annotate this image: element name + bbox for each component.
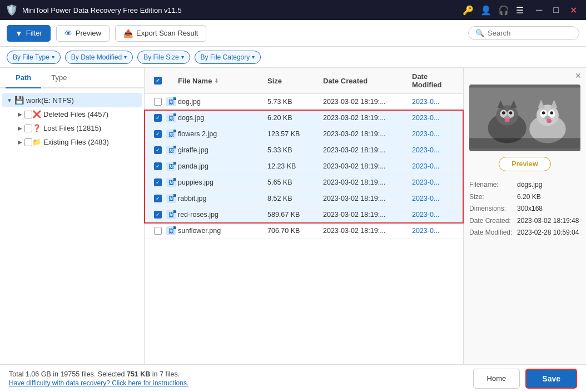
file-row[interactable]: ✓🖼red-roses.jpg589.67 KB2023-03-02 18:19… bbox=[145, 207, 463, 223]
menu-icon[interactable]: ☰ bbox=[516, 5, 524, 16]
close-button[interactable]: ✕ bbox=[567, 5, 580, 16]
select-all-checkbox[interactable]: ✓ bbox=[154, 77, 162, 85]
file-row[interactable]: ✓🖼dogs.jpg6.20 KB2023-03-02 18:19:...202… bbox=[145, 110, 463, 126]
file-checkbox-cell[interactable]: ✓ bbox=[151, 130, 165, 138]
col-header-date-created[interactable]: Date Created bbox=[323, 77, 412, 85]
file-row[interactable]: ✓🖼puppies.jpg5.65 KB2023-03-02 18:19:...… bbox=[145, 175, 463, 191]
file-checkbox[interactable] bbox=[154, 227, 162, 235]
preview-label: Preview bbox=[76, 29, 101, 37]
file-icon-cell: 🖼 bbox=[165, 146, 178, 155]
dimensions-value: 300x168 bbox=[517, 203, 543, 215]
file-date-modified: 2023-0... bbox=[412, 195, 456, 202]
file-name: rabbit.jpg bbox=[178, 195, 267, 202]
folder-icon: 📁 bbox=[32, 138, 41, 146]
help-link[interactable]: Have difficulty with data recovery? Clic… bbox=[9, 379, 188, 387]
minimize-button[interactable]: ─ bbox=[533, 5, 545, 15]
file-date-modified: 2023-0... bbox=[412, 211, 456, 219]
file-checkbox-cell[interactable]: ✓ bbox=[151, 178, 165, 186]
search-input[interactable] bbox=[488, 29, 572, 37]
filter-by-type[interactable]: By File Type ▾ bbox=[7, 51, 61, 64]
file-checkbox[interactable]: ✓ bbox=[154, 162, 162, 170]
file-checkbox-cell[interactable]: ✓ bbox=[151, 195, 165, 202]
lost-icon: ❓ bbox=[32, 124, 41, 132]
file-row[interactable]: ✓🖼giraffe.jpg5.33 KB2023-03-02 18:19:...… bbox=[145, 142, 463, 158]
file-checkbox[interactable]: ✓ bbox=[154, 146, 162, 154]
user-icon[interactable]: 👤 bbox=[480, 5, 491, 16]
file-size: 5.73 KB bbox=[267, 98, 323, 106]
deleted-checkbox[interactable] bbox=[24, 111, 32, 118]
window-controls: ─ □ ✕ bbox=[533, 5, 580, 16]
file-checkbox[interactable]: ✓ bbox=[154, 195, 162, 202]
close-preview-button[interactable]: ✕ bbox=[575, 71, 582, 80]
file-checkbox-cell[interactable]: ✓ bbox=[151, 114, 165, 122]
tree-node-lost[interactable]: ▶ ❓ Lost Files (12815) bbox=[2, 121, 142, 135]
filter-by-size[interactable]: By File Size ▾ bbox=[137, 51, 190, 64]
file-row[interactable]: 🖼sunflower.png706.70 KB2023-03-02 18:19:… bbox=[145, 223, 463, 239]
file-checkbox[interactable]: ✓ bbox=[154, 130, 162, 138]
file-icon-cell: 🖼 bbox=[165, 162, 178, 171]
key-icon[interactable]: 🔑 bbox=[463, 5, 474, 16]
export-button[interactable]: 📤 Export Scan Result bbox=[115, 25, 206, 42]
file-checkbox-cell[interactable] bbox=[151, 227, 165, 235]
filter-by-date[interactable]: By Date Modified ▾ bbox=[65, 51, 133, 64]
maximize-button[interactable]: □ bbox=[550, 5, 562, 15]
svg-point-10 bbox=[505, 118, 510, 122]
search-box[interactable]: 🔍 bbox=[468, 26, 579, 40]
tab-path[interactable]: Path bbox=[6, 68, 41, 88]
tray-icons-group: 🔑 👤 🎧 ☰ bbox=[463, 5, 524, 16]
existing-checkbox[interactable] bbox=[24, 138, 32, 146]
file-checkbox[interactable]: ✓ bbox=[154, 211, 162, 219]
tab-type[interactable]: Type bbox=[41, 68, 77, 88]
filter-button[interactable]: ▼ Filter bbox=[7, 25, 51, 42]
preview-panel: ✕ bbox=[464, 68, 586, 364]
tree-node-existing[interactable]: ▶ 📁 Existing Files (2483) bbox=[2, 135, 142, 149]
file-thumbnail: 🖼 bbox=[166, 130, 176, 138]
file-thumbnail: 🖼 bbox=[166, 226, 176, 235]
col-header-date-modified[interactable]: Date Modified bbox=[412, 72, 456, 89]
file-checkbox-cell[interactable]: ✓ bbox=[151, 146, 165, 154]
file-name: red-roses.jpg bbox=[178, 211, 267, 219]
tree-node-deleted[interactable]: ▶ ❌ Deleted Files (4457) bbox=[2, 107, 142, 121]
dogs-preview-svg bbox=[469, 85, 580, 151]
save-button[interactable]: Save bbox=[525, 369, 577, 389]
lost-checkbox[interactable] bbox=[24, 125, 32, 132]
status-info: Total 1.06 GB in 19755 files. Selected 7… bbox=[9, 370, 188, 387]
file-size: 5.33 KB bbox=[267, 146, 323, 154]
svg-point-16 bbox=[550, 111, 553, 114]
filter-by-category[interactable]: By File Category ▾ bbox=[195, 51, 261, 64]
file-checkbox-cell[interactable]: ✓ bbox=[151, 162, 165, 170]
col-header-size[interactable]: Size bbox=[267, 77, 323, 85]
file-tree: ▼ 💾 work(E: NTFS) ▶ ❌ Deleted Files (445… bbox=[0, 88, 144, 364]
file-checkbox[interactable]: ✓ bbox=[154, 178, 162, 186]
toolbar: ▼ Filter 👁 Preview 📤 Export Scan Result … bbox=[0, 20, 586, 47]
file-checkbox-cell[interactable] bbox=[151, 98, 165, 106]
preview-date-created-row: Date Created: 2023-03-02 18:19:48 bbox=[469, 215, 580, 227]
file-row[interactable]: ✓🖼rabbit.jpg8.52 KB2023-03-02 18:19:...2… bbox=[145, 191, 463, 207]
home-button[interactable]: Home bbox=[473, 369, 520, 389]
file-rows-container: 🖼dog.jpg5.73 KB2023-03-02 18:19:...2023-… bbox=[145, 94, 463, 239]
file-checkbox-cell[interactable]: ✓ bbox=[151, 211, 165, 219]
selected-suffix: in 7 files. bbox=[150, 370, 180, 378]
file-name: giraffe.jpg bbox=[178, 146, 267, 154]
file-row[interactable]: 🖼dog.jpg5.73 KB2023-03-02 18:19:...2023-… bbox=[145, 94, 463, 110]
header-checkbox-cell[interactable]: ✓ bbox=[151, 77, 165, 85]
preview-date-modified-row: Date Modified: 2023-02-28 10:59:04 bbox=[469, 227, 580, 239]
date-modified-label: Date Modified: bbox=[469, 227, 514, 239]
col-header-name[interactable]: File Name ⬇ bbox=[178, 77, 267, 85]
file-date-created: 2023-03-02 18:19:... bbox=[323, 178, 412, 186]
file-checkbox[interactable]: ✓ bbox=[154, 114, 162, 122]
filter-size-label: By File Size bbox=[143, 53, 178, 61]
headphone-icon[interactable]: 🎧 bbox=[498, 5, 509, 16]
sort-icon: ⬇ bbox=[214, 78, 218, 84]
export-label: Export Scan Result bbox=[136, 29, 198, 37]
file-name: dog.jpg bbox=[178, 98, 267, 106]
preview-icon: 👁 bbox=[64, 29, 72, 38]
preview-button[interactable]: 👁 Preview bbox=[56, 25, 110, 42]
preview-action-button[interactable]: Preview bbox=[499, 157, 550, 171]
export-icon: 📤 bbox=[123, 29, 133, 38]
tree-node-work[interactable]: ▼ 💾 work(E: NTFS) bbox=[2, 93, 142, 107]
file-date-modified: 2023-0... bbox=[412, 98, 456, 106]
file-checkbox[interactable] bbox=[154, 98, 162, 106]
file-row[interactable]: ✓🖼panda.jpg12.23 KB2023-03-02 18:19:...2… bbox=[145, 158, 463, 175]
file-row[interactable]: ✓🖼flowers 2.jpg123.57 KB2023-03-02 18:19… bbox=[145, 126, 463, 142]
